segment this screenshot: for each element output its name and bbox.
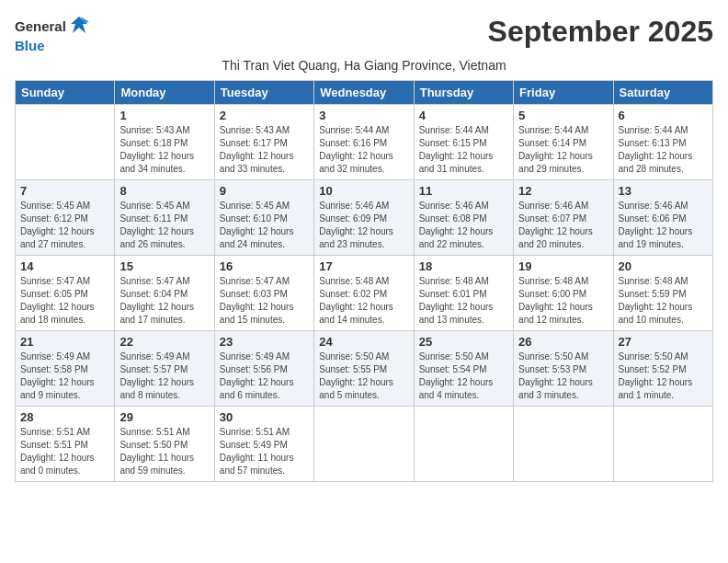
calendar-cell: 22Sunrise: 5:49 AM Sunset: 5:57 PM Dayli… — [115, 330, 214, 406]
day-info: Sunrise: 5:44 AM Sunset: 6:14 PM Dayligh… — [518, 124, 608, 176]
calendar-week-4: 21Sunrise: 5:49 AM Sunset: 5:58 PM Dayli… — [16, 330, 713, 406]
day-number: 19 — [518, 259, 608, 273]
day-info: Sunrise: 5:50 AM Sunset: 5:53 PM Dayligh… — [518, 350, 608, 402]
calendar-cell: 14Sunrise: 5:47 AM Sunset: 6:05 PM Dayli… — [16, 255, 115, 330]
calendar-cell: 24Sunrise: 5:50 AM Sunset: 5:55 PM Dayli… — [314, 330, 414, 406]
day-info: Sunrise: 5:44 AM Sunset: 6:16 PM Dayligh… — [319, 124, 408, 176]
calendar-week-5: 28Sunrise: 5:51 AM Sunset: 5:51 PM Dayli… — [16, 406, 713, 481]
weekday-header-tuesday: Tuesday — [214, 80, 313, 104]
day-number: 23 — [220, 335, 309, 349]
day-number: 21 — [20, 335, 109, 349]
calendar-cell: 19Sunrise: 5:48 AM Sunset: 6:00 PM Dayli… — [514, 255, 613, 330]
day-info: Sunrise: 5:51 AM Sunset: 5:49 PM Dayligh… — [220, 426, 309, 477]
calendar-cell: 21Sunrise: 5:49 AM Sunset: 5:58 PM Dayli… — [16, 330, 115, 406]
day-number: 7 — [20, 184, 109, 198]
calendar-cell: 16Sunrise: 5:47 AM Sunset: 6:03 PM Dayli… — [214, 255, 313, 330]
day-number: 10 — [319, 184, 408, 198]
day-number: 2 — [220, 109, 309, 122]
calendar-cell: 20Sunrise: 5:48 AM Sunset: 5:59 PM Dayli… — [613, 255, 712, 330]
month-title: September 2025 — [488, 15, 713, 49]
day-info: Sunrise: 5:50 AM Sunset: 5:52 PM Dayligh… — [619, 350, 708, 402]
day-info: Sunrise: 5:43 AM Sunset: 6:18 PM Dayligh… — [119, 124, 209, 176]
day-info: Sunrise: 5:44 AM Sunset: 6:15 PM Dayligh… — [419, 124, 508, 176]
calendar-cell — [16, 104, 115, 179]
day-info: Sunrise: 5:48 AM Sunset: 6:00 PM Dayligh… — [518, 275, 608, 327]
calendar-cell: 29Sunrise: 5:51 AM Sunset: 5:50 PM Dayli… — [115, 406, 214, 481]
calendar-cell — [314, 406, 414, 481]
day-number: 11 — [419, 184, 508, 198]
calendar-cell: 10Sunrise: 5:46 AM Sunset: 6:09 PM Dayli… — [314, 179, 414, 255]
svg-marker-0 — [71, 17, 87, 33]
weekday-header-monday: Monday — [115, 80, 214, 104]
calendar-cell: 23Sunrise: 5:49 AM Sunset: 5:56 PM Dayli… — [214, 330, 313, 406]
calendar-cell: 4Sunrise: 5:44 AM Sunset: 6:15 PM Daylig… — [414, 104, 513, 179]
day-info: Sunrise: 5:45 AM Sunset: 6:11 PM Dayligh… — [119, 200, 209, 251]
calendar-cell — [613, 406, 712, 481]
day-number: 9 — [220, 184, 309, 198]
calendar-cell: 13Sunrise: 5:46 AM Sunset: 6:06 PM Dayli… — [613, 179, 712, 255]
day-info: Sunrise: 5:47 AM Sunset: 6:04 PM Dayligh… — [119, 275, 209, 327]
day-number: 4 — [419, 109, 508, 122]
day-info: Sunrise: 5:48 AM Sunset: 6:01 PM Dayligh… — [419, 275, 508, 327]
day-number: 13 — [619, 184, 708, 198]
calendar-cell: 25Sunrise: 5:50 AM Sunset: 5:54 PM Dayli… — [414, 330, 513, 406]
calendar-cell — [514, 406, 613, 481]
calendar-week-3: 14Sunrise: 5:47 AM Sunset: 6:05 PM Dayli… — [16, 255, 713, 330]
calendar-cell: 7Sunrise: 5:45 AM Sunset: 6:12 PM Daylig… — [16, 179, 115, 255]
day-number: 3 — [319, 109, 408, 122]
day-number: 20 — [619, 259, 708, 273]
calendar-cell: 2Sunrise: 5:43 AM Sunset: 6:17 PM Daylig… — [214, 104, 313, 179]
day-number: 29 — [119, 410, 209, 424]
calendar-week-2: 7Sunrise: 5:45 AM Sunset: 6:12 PM Daylig… — [16, 179, 713, 255]
logo-bird-icon — [69, 15, 89, 39]
calendar-cell: 18Sunrise: 5:48 AM Sunset: 6:01 PM Dayli… — [414, 255, 513, 330]
calendar-cell: 9Sunrise: 5:45 AM Sunset: 6:10 PM Daylig… — [214, 179, 313, 255]
day-info: Sunrise: 5:49 AM Sunset: 5:57 PM Dayligh… — [119, 350, 209, 402]
day-info: Sunrise: 5:50 AM Sunset: 5:54 PM Dayligh… — [419, 350, 508, 402]
day-number: 12 — [518, 184, 608, 198]
day-number: 17 — [319, 259, 408, 273]
day-info: Sunrise: 5:49 AM Sunset: 5:56 PM Dayligh… — [220, 350, 309, 402]
calendar-body: 1Sunrise: 5:43 AM Sunset: 6:18 PM Daylig… — [16, 104, 713, 481]
day-number: 16 — [220, 259, 309, 273]
day-info: Sunrise: 5:43 AM Sunset: 6:17 PM Dayligh… — [220, 124, 309, 176]
weekday-header-saturday: Saturday — [613, 80, 712, 104]
day-info: Sunrise: 5:49 AM Sunset: 5:58 PM Dayligh… — [20, 350, 109, 402]
day-info: Sunrise: 5:46 AM Sunset: 6:07 PM Dayligh… — [518, 200, 608, 251]
day-number: 6 — [619, 109, 708, 122]
calendar-cell: 12Sunrise: 5:46 AM Sunset: 6:07 PM Dayli… — [514, 179, 613, 255]
day-number: 22 — [119, 335, 209, 349]
weekday-header-thursday: Thursday — [414, 80, 513, 104]
day-number: 1 — [119, 109, 209, 122]
day-info: Sunrise: 5:51 AM Sunset: 5:50 PM Dayligh… — [119, 426, 209, 477]
logo: General Blue — [15, 15, 89, 54]
logo-blue-text: Blue — [15, 39, 89, 54]
calendar-table: SundayMondayTuesdayWednesdayThursdayFrid… — [15, 80, 713, 482]
day-info: Sunrise: 5:48 AM Sunset: 6:02 PM Dayligh… — [319, 275, 408, 327]
day-info: Sunrise: 5:44 AM Sunset: 6:13 PM Dayligh… — [619, 124, 708, 176]
day-number: 28 — [20, 410, 109, 424]
day-info: Sunrise: 5:47 AM Sunset: 6:05 PM Dayligh… — [20, 275, 109, 327]
calendar-cell — [414, 406, 513, 481]
day-info: Sunrise: 5:46 AM Sunset: 6:09 PM Dayligh… — [319, 200, 408, 251]
day-number: 18 — [419, 259, 508, 273]
day-info: Sunrise: 5:45 AM Sunset: 6:10 PM Dayligh… — [220, 200, 309, 251]
day-number: 14 — [20, 259, 109, 273]
day-number: 26 — [518, 335, 608, 349]
weekday-header-friday: Friday — [514, 80, 613, 104]
day-info: Sunrise: 5:48 AM Sunset: 5:59 PM Dayligh… — [619, 275, 708, 327]
logo-general-text: General — [15, 19, 66, 35]
day-number: 30 — [220, 410, 309, 424]
day-info: Sunrise: 5:46 AM Sunset: 6:06 PM Dayligh… — [619, 200, 708, 251]
calendar-cell: 30Sunrise: 5:51 AM Sunset: 5:49 PM Dayli… — [214, 406, 313, 481]
calendar-cell: 28Sunrise: 5:51 AM Sunset: 5:51 PM Dayli… — [16, 406, 115, 481]
calendar-header-row: SundayMondayTuesdayWednesdayThursdayFrid… — [16, 80, 713, 104]
calendar-cell: 1Sunrise: 5:43 AM Sunset: 6:18 PM Daylig… — [115, 104, 214, 179]
calendar-cell: 6Sunrise: 5:44 AM Sunset: 6:13 PM Daylig… — [613, 104, 712, 179]
calendar-cell: 11Sunrise: 5:46 AM Sunset: 6:08 PM Dayli… — [414, 179, 513, 255]
calendar-cell: 26Sunrise: 5:50 AM Sunset: 5:53 PM Dayli… — [514, 330, 613, 406]
location-subtitle: Thi Tran Viet Quang, Ha Giang Province, … — [15, 58, 713, 73]
calendar-cell: 5Sunrise: 5:44 AM Sunset: 6:14 PM Daylig… — [514, 104, 613, 179]
day-number: 27 — [619, 335, 708, 349]
day-info: Sunrise: 5:47 AM Sunset: 6:03 PM Dayligh… — [220, 275, 309, 327]
